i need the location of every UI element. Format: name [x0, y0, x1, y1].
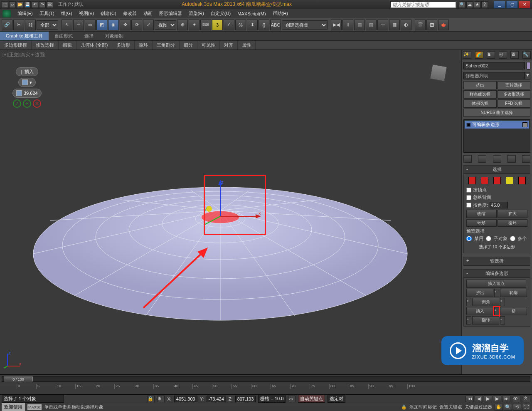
- ribbon-tab-graphite[interactable]: Graphite 建模工具: [0, 32, 49, 40]
- time-slider-thumb[interactable]: 0 / 100: [4, 376, 33, 381]
- outline-button[interactable]: 轮廓: [500, 289, 527, 297]
- named-sel-icon[interactable]: ABC: [270, 20, 281, 30]
- mod-btn-spline[interactable]: 样条线选择: [463, 90, 497, 99]
- caddy-type-button[interactable]: ▾: [18, 78, 36, 87]
- mirror-icon[interactable]: ▶◀: [331, 20, 342, 30]
- schematic-icon[interactable]: ▦: [389, 20, 400, 30]
- new-icon[interactable]: ▱: [9, 1, 16, 8]
- mod-btn-nurbs[interactable]: NURBS 曲面选择: [463, 109, 530, 117]
- bevel-button[interactable]: 倒角: [472, 298, 499, 306]
- link-tool-icon[interactable]: 🔗: [2, 20, 12, 30]
- time-ruler[interactable]: 0510152025303540455055606570758085909510…: [17, 383, 407, 394]
- expand-icon[interactable]: ▣: [466, 122, 470, 127]
- menu-edit[interactable]: 编辑(E): [14, 10, 36, 17]
- angle-snap-icon[interactable]: ∠: [224, 20, 234, 30]
- mod-btn-extrude[interactable]: 挤出: [463, 81, 497, 89]
- link-icon[interactable]: ⛓: [47, 1, 53, 8]
- mod-btn-ffd[interactable]: FFD 选择: [498, 99, 531, 108]
- mod-btn-poly[interactable]: 多边形选择: [498, 90, 531, 99]
- pin-stack-icon[interactable]: [463, 155, 472, 163]
- remove-mod-icon[interactable]: [507, 155, 516, 163]
- favorite-icon[interactable]: ★: [474, 1, 480, 8]
- key-selset[interactable]: 选定对: [328, 395, 345, 403]
- percent-snap-icon[interactable]: %: [235, 20, 246, 30]
- flip-button[interactable]: 翻转: [472, 316, 499, 324]
- lock-sel-icon[interactable]: 🔒: [147, 396, 155, 402]
- caddy-cancel-button[interactable]: ✕: [33, 99, 41, 108]
- lock-icon[interactable]: 🔒: [401, 404, 407, 410]
- nav-max-icon[interactable]: ⛶: [522, 404, 530, 411]
- render-icon[interactable]: 🫖: [438, 20, 449, 30]
- preview-sub-radio[interactable]: [486, 236, 491, 241]
- goto-start-icon[interactable]: ⏮: [466, 396, 474, 402]
- bind-tool-icon[interactable]: ⛓: [25, 20, 36, 30]
- extrude-settings-icon[interactable]: ▫: [494, 289, 499, 297]
- select-name-icon[interactable]: ☰: [73, 20, 84, 30]
- workspace-label[interactable]: 工作台: 默认: [58, 1, 84, 7]
- rollout-editpoly-title[interactable]: 编辑多边形: [485, 270, 508, 277]
- viewport-label[interactable]: [+][正交][真实 + 边面]: [2, 52, 45, 58]
- element-sub-icon[interactable]: [518, 177, 526, 184]
- extrude-button[interactable]: 挤出: [466, 289, 493, 297]
- help-cloud-icon[interactable]: ☁: [466, 1, 473, 8]
- stack-item-epoly[interactable]: ▣ 可编辑多边形: [465, 121, 529, 129]
- polygon-sub-icon[interactable]: [506, 177, 513, 184]
- nav-orbit-icon[interactable]: ⟲: [513, 404, 521, 411]
- move-tool-icon[interactable]: ✥: [120, 20, 131, 30]
- selection-set-select[interactable]: 创建选择集: [282, 20, 328, 30]
- caddy-apply-button[interactable]: +: [23, 99, 31, 108]
- time-slider-track[interactable]: 0 / 100: [2, 376, 530, 382]
- menu-modifiers[interactable]: 修改器: [120, 10, 140, 17]
- grow-button[interactable]: 扩大: [498, 210, 528, 218]
- object-name-input[interactable]: [463, 62, 525, 69]
- modify-panel-icon[interactable]: 🌈: [475, 51, 483, 59]
- menu-render[interactable]: 渲染(R): [185, 10, 207, 17]
- app-logo-icon[interactable]: [2, 10, 11, 17]
- rsub-polygon[interactable]: 多边形: [112, 41, 135, 50]
- viewport[interactable]: [+][正交][真实 + 边面]: [0, 50, 461, 374]
- border-sub-icon[interactable]: [493, 177, 501, 184]
- render-frame-icon[interactable]: 🖼: [426, 20, 437, 30]
- preview-off-radio[interactable]: [466, 236, 472, 241]
- object-color-swatch[interactable]: [527, 62, 530, 69]
- modifier-stack[interactable]: ▣ 可编辑多边形: [463, 119, 530, 153]
- manip-icon[interactable]: ✦: [189, 20, 200, 30]
- autokey-button[interactable]: 自动关键点: [298, 395, 325, 403]
- bevel-settings-icon[interactable]: ▫: [500, 298, 505, 306]
- display-panel-icon[interactable]: 🖥: [510, 51, 519, 59]
- rsub-loop[interactable]: 循环: [135, 41, 153, 50]
- bridge-settings-icon[interactable]: ▫: [466, 316, 471, 324]
- menu-customize[interactable]: 自定义(U): [207, 10, 234, 17]
- rsub-align[interactable]: 对齐: [220, 41, 238, 50]
- material-editor-icon[interactable]: ◐: [401, 20, 411, 30]
- menu-create[interactable]: 创建(C): [97, 10, 119, 17]
- unlink-tool-icon[interactable]: ✂: [13, 20, 24, 30]
- mod-btn-face[interactable]: 面片选择: [498, 81, 531, 89]
- isolate-icon[interactable]: 👁: [513, 396, 520, 402]
- caddy-ok-button[interactable]: ✓: [13, 99, 21, 108]
- abs-rel-icon[interactable]: ⊕: [157, 396, 165, 402]
- edit-sel-set-icon[interactable]: {}: [259, 20, 269, 30]
- ribbon-tab-paint[interactable]: 对象绘制: [99, 32, 129, 40]
- help-icon[interactable]: ?: [481, 1, 488, 8]
- prev-frame-icon[interactable]: ◀: [475, 396, 483, 402]
- modifier-list-select[interactable]: [463, 72, 525, 79]
- align-icon[interactable]: ⫴: [342, 20, 353, 30]
- app-icon[interactable]: ⬚: [2, 1, 8, 8]
- nav-zoom-icon[interactable]: 🔍: [504, 404, 512, 411]
- window-crossing-icon[interactable]: ◩: [96, 20, 107, 30]
- modifier-list-dropdown-icon[interactable]: ▼: [525, 72, 530, 79]
- ribbon-toggle-icon[interactable]: ▤: [366, 20, 377, 30]
- shrink-button[interactable]: 收缩: [466, 210, 497, 218]
- play-icon[interactable]: ▶: [484, 396, 492, 402]
- close-button[interactable]: ✕: [519, 1, 530, 8]
- config-icon[interactable]: [522, 155, 530, 163]
- by-vertex-check[interactable]: [466, 188, 471, 193]
- inset-settings-icon[interactable]: ▫: [494, 307, 499, 315]
- outline-settings-icon[interactable]: ▫: [466, 298, 471, 306]
- layer-mgr-icon[interactable]: ▤: [354, 20, 365, 30]
- menu-graph[interactable]: 图形编辑器: [156, 10, 185, 17]
- scale-tool-icon[interactable]: ⤢: [143, 20, 154, 30]
- pin-icon[interactable]: [522, 122, 527, 127]
- menu-maxscript[interactable]: MAXScript(M): [234, 10, 269, 17]
